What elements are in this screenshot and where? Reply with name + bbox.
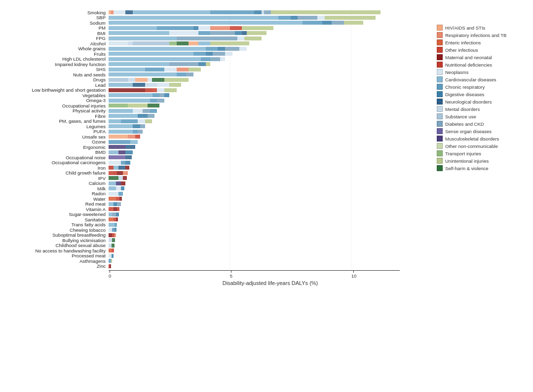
bar-segment: [109, 213, 112, 216]
bar-segment: [109, 88, 145, 92]
bar-segment: [116, 197, 119, 201]
legend-color-box: [437, 91, 443, 97]
bar-segment: [210, 26, 229, 30]
legend-item: Substance use: [437, 113, 528, 119]
bar-row: [109, 46, 432, 52]
bar-segment: [121, 186, 124, 190]
bar-segment: [242, 26, 273, 30]
bar-segment: [112, 213, 115, 216]
bar-segment: [133, 109, 143, 113]
legend-item: Neurological disorders: [437, 99, 528, 105]
legend-label: Other infectious: [445, 47, 478, 53]
x-tick-line: [231, 271, 231, 273]
bar-segment: [117, 207, 119, 211]
bar-row: [109, 57, 432, 62]
x-tick-line: [110, 271, 110, 273]
bar-segment: [135, 135, 140, 139]
y-label: Occupational injuries: [62, 103, 106, 108]
bar-segment: [247, 31, 266, 35]
bar-segment: [111, 259, 112, 263]
legend-item: Mental disorders: [437, 106, 528, 112]
y-label: PM: [99, 26, 106, 31]
legend-color-box: [437, 39, 443, 45]
bar-row: [109, 41, 432, 46]
legend-item: Unintentional injuries: [437, 158, 528, 164]
legend-label: Maternal and neonatal: [445, 55, 492, 60]
bar-segment: [114, 207, 117, 211]
legend-item: Self-harm & violence: [437, 165, 528, 171]
bar-segment: [109, 238, 112, 242]
bar-segment: [198, 26, 211, 30]
bar-segment: [152, 93, 160, 97]
bar-segment: [109, 202, 114, 206]
bar-segment: [109, 135, 128, 139]
bar-segment: [109, 130, 133, 134]
y-label: Zinc: [97, 264, 106, 269]
y-label: Impaired kidney function: [55, 62, 106, 67]
bar-segment: [322, 21, 332, 25]
legend-label: Cardiovascular diseases: [445, 77, 496, 82]
bar-segment: [145, 83, 157, 87]
bar-segment: [210, 57, 220, 61]
legend-item: Musculoskeletal disorders: [437, 136, 528, 142]
legend-color-box: [437, 84, 443, 90]
bar-segment: [114, 223, 117, 227]
bar-segment: [135, 78, 148, 82]
x-ticks: 0510: [109, 271, 432, 278]
y-label: Vitamin A: [86, 207, 106, 212]
bar-row: [109, 20, 432, 26]
bar-segment: [109, 217, 114, 221]
legend-item: Other infectious: [437, 47, 528, 53]
bar-segment: [213, 52, 225, 56]
bar-segment: [198, 41, 211, 45]
y-label: Red meat: [85, 202, 106, 207]
bar-row: [109, 155, 432, 160]
bar-segment: [125, 145, 135, 149]
bar-segment: [271, 10, 380, 14]
bar-segment: [117, 202, 120, 206]
legend-item: Nutritional deficiencies: [437, 62, 528, 68]
bar-segment: [150, 109, 157, 113]
bar-segment: [128, 104, 147, 107]
bar-row: [109, 212, 432, 217]
bar-segment: [109, 41, 128, 45]
bar-segment: [148, 114, 155, 118]
y-label: IPV: [98, 176, 106, 181]
bar-segment: [123, 171, 128, 175]
bar-segment: [117, 171, 123, 175]
bar-segment: [128, 78, 135, 82]
bar-segment: [109, 57, 201, 61]
bar-segment: [291, 16, 298, 20]
legend-label: Chronic respiratory: [445, 84, 485, 90]
legend-label: Other non-communicable: [445, 143, 498, 149]
bar-segment: [109, 99, 150, 103]
bar-segment: [169, 62, 198, 66]
legend-label: Unintentional injuries: [445, 158, 489, 164]
bar-segment: [116, 217, 118, 221]
bar-segment: [164, 93, 169, 97]
bar-row: [109, 243, 432, 249]
bar-segment: [109, 150, 118, 154]
bar-segment: [145, 88, 152, 92]
bar-segment: [177, 36, 237, 40]
bar-segment: [193, 52, 206, 56]
legend-label: Enteric infections: [445, 40, 481, 45]
bar-segment: [109, 47, 206, 51]
bar-row: [109, 36, 432, 41]
x-tick: 0: [109, 271, 111, 279]
bar-segment: [109, 124, 133, 128]
bar-segment: [145, 68, 164, 71]
bar-segment: [244, 36, 261, 40]
legend-label: Diabetes and CKD: [445, 121, 484, 127]
bar-segment: [206, 47, 218, 51]
legend: HIV/AIDS and STIsRespiratory infections …: [432, 10, 528, 372]
y-label: Sanitation: [85, 217, 106, 222]
bar-segment: [140, 124, 145, 128]
bar-segment: [109, 36, 177, 40]
bar-row: [109, 88, 432, 93]
bar-row: [109, 77, 432, 83]
bar-row: [109, 191, 432, 197]
bar-segment: [114, 233, 115, 237]
y-label: Iron: [98, 165, 106, 171]
bar-segment: [109, 119, 121, 123]
